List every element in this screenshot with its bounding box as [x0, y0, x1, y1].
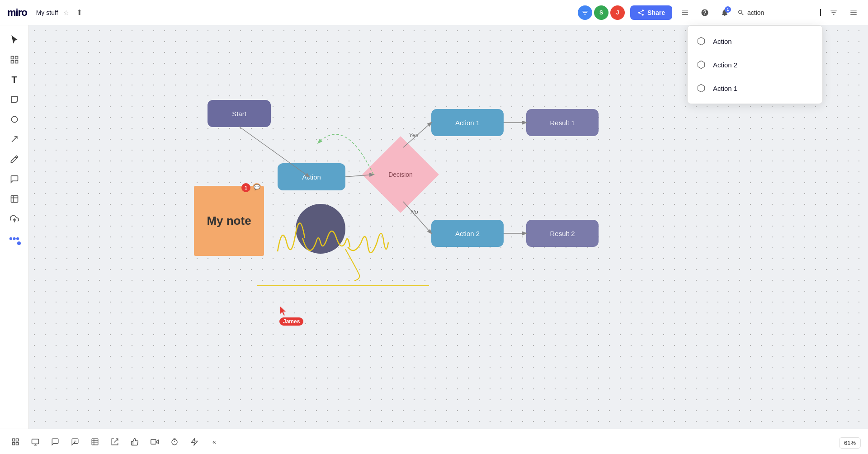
svg-rect-26: [92, 439, 98, 445]
miro-logo: miro: [7, 7, 27, 19]
settings-icon[interactable]: [678, 5, 692, 20]
tool-comment[interactable]: [5, 170, 24, 188]
svg-rect-21: [32, 439, 39, 444]
bottom-tool-comment[interactable]: [47, 434, 63, 450]
tool-select[interactable]: [5, 31, 24, 49]
bottom-tool-share-view[interactable]: [107, 434, 123, 450]
tool-arrow[interactable]: [5, 130, 24, 148]
notifications-icon[interactable]: 1: [717, 5, 732, 20]
board-title[interactable]: My stuff: [36, 9, 58, 16]
node-result1[interactable]: Result 1: [526, 109, 599, 136]
bottom-tool-video[interactable]: [146, 434, 163, 450]
svg-point-5: [11, 116, 17, 122]
upload-icon[interactable]: ⬆: [76, 8, 82, 17]
tool-frame[interactable]: [5, 190, 24, 208]
search-cursor: [820, 9, 821, 16]
filter-avatar[interactable]: [578, 5, 592, 20]
node-action1[interactable]: Action 1: [431, 109, 504, 136]
svg-line-6: [12, 137, 17, 142]
search-container: [737, 9, 821, 16]
yellow-line: [257, 285, 429, 286]
cursor-james: James: [279, 306, 303, 326]
svg-rect-20: [16, 442, 19, 445]
avatar-j[interactable]: J: [610, 5, 625, 20]
bottom-tool-table[interactable]: [87, 434, 103, 450]
bottom-toolbar: «: [0, 429, 868, 454]
help-icon[interactable]: [698, 5, 712, 20]
cursor-james-label: James: [279, 317, 303, 326]
svg-rect-32: [151, 439, 156, 444]
node-action2[interactable]: Action 2: [431, 220, 504, 247]
svg-rect-18: [16, 439, 19, 441]
svg-line-30: [114, 439, 118, 442]
tool-shapes[interactable]: [5, 110, 24, 128]
bottom-tool-present[interactable]: [27, 434, 43, 450]
search-result-icon-1: [695, 58, 708, 71]
svg-rect-3: [15, 61, 18, 63]
tool-sticky[interactable]: [5, 90, 24, 109]
svg-rect-0: [11, 57, 14, 59]
cursor-arrow-icon: [279, 306, 288, 317]
filter-icon[interactable]: [826, 5, 841, 20]
tool-frames[interactable]: [5, 51, 24, 69]
topbar: miro My stuff ☆ ⬆ S J Share 1: [0, 0, 868, 25]
bottom-tool-like[interactable]: [127, 434, 143, 450]
left-toolbar: T •••: [0, 25, 29, 429]
notification-badge: 1: [725, 6, 731, 13]
more-dot: [17, 241, 21, 245]
menu-icon[interactable]: [846, 5, 861, 20]
no-label: No: [410, 208, 418, 215]
search-result-action[interactable]: Action: [688, 29, 822, 53]
node-result2[interactable]: Result 2: [526, 220, 599, 247]
tool-import[interactable]: [5, 210, 24, 228]
svg-rect-19: [12, 442, 14, 445]
note-chat-icon: 💬: [252, 183, 261, 192]
search-input[interactable]: [747, 9, 820, 16]
search-result-label-2: Action 1: [713, 85, 737, 92]
note-badge: 1: [241, 183, 250, 192]
bottom-tool-grid[interactable]: [7, 434, 24, 450]
bottom-tool-collapse[interactable]: «: [206, 434, 222, 450]
svg-rect-2: [11, 61, 14, 63]
search-result-action2[interactable]: Action 2: [688, 53, 822, 76]
search-result-icon-0: [695, 35, 708, 47]
search-icon: [737, 9, 745, 16]
svg-marker-31: [156, 440, 158, 444]
avatar-group: S J: [578, 5, 625, 20]
tool-more[interactable]: •••: [5, 230, 24, 248]
tool-pencil[interactable]: [5, 150, 24, 168]
svg-rect-7: [11, 196, 18, 203]
node-action[interactable]: Action: [278, 163, 345, 190]
tool-text[interactable]: T: [5, 71, 24, 89]
svg-rect-1: [15, 57, 18, 59]
star-icon[interactable]: ☆: [63, 9, 69, 16]
sticky-note[interactable]: 1 💬 My note: [194, 186, 264, 256]
circle-shape[interactable]: [296, 204, 345, 254]
share-button[interactable]: Share: [630, 5, 672, 20]
search-result-icon-2: [695, 82, 708, 95]
bottom-tool-lightning[interactable]: [186, 434, 203, 450]
node-start[interactable]: Start: [208, 100, 271, 127]
zoom-indicator[interactable]: 61%: [839, 437, 861, 449]
avatar-s[interactable]: S: [594, 5, 609, 20]
svg-marker-36: [191, 438, 198, 445]
search-dropdown: Action Action 2 Action 1: [687, 25, 823, 104]
node-decision[interactable]: Decision: [373, 147, 428, 202]
bottom-tool-timer[interactable]: [166, 434, 183, 450]
bottom-tool-chat[interactable]: [67, 434, 83, 450]
svg-rect-17: [12, 439, 14, 441]
search-result-action1[interactable]: Action 1: [688, 76, 822, 100]
search-result-label-0: Action: [713, 38, 732, 45]
svg-line-14: [403, 202, 431, 233]
search-result-label-1: Action 2: [713, 61, 737, 69]
yes-label: Yes: [409, 132, 419, 138]
